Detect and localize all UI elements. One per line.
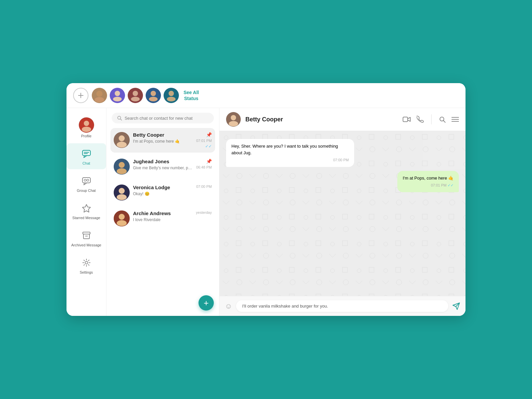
betty-name: Betty Cooper (133, 132, 193, 138)
message-input[interactable] (236, 300, 448, 312)
svg-point-42 (231, 115, 236, 120)
chat-messages-area: Hey, Sher. Where are you? I want to talk… (219, 131, 466, 296)
sidebar-item-profile[interactable]: Profile (66, 113, 106, 142)
chat-item-betty[interactable]: Betty Cooper I'm at Pops, come here 🤙 📌 … (110, 128, 215, 153)
chat-contact-name: Betty Cooper (245, 116, 403, 123)
chat-item-jughead[interactable]: Jughead Jones Give me Betty's new number… (110, 155, 215, 179)
video-call-icon[interactable] (403, 116, 411, 122)
chat-item-veronica[interactable]: Veronica Lodge Okay! 😊 07:00 PM (110, 181, 215, 204)
header-divider (431, 114, 432, 124)
betty-time: 07:01 PM (196, 139, 212, 143)
svg-point-40 (117, 220, 127, 226)
messages-content: Hey, Sher. Where are you? I want to talk… (226, 139, 459, 192)
status-avatar-4[interactable] (146, 88, 161, 103)
chat-info-jughead: Jughead Jones Give me Betty's new number… (133, 159, 193, 170)
betty-preview: I'm at Pops, come here 🤙 (133, 139, 193, 144)
see-all-status-button[interactable]: See All Status (184, 89, 199, 101)
jughead-meta: 📌 06:48 PM (196, 159, 212, 169)
svg-point-43 (229, 121, 238, 126)
svg-point-15 (82, 127, 91, 132)
svg-rect-16 (82, 150, 90, 156)
svg-point-5 (115, 91, 120, 96)
status-avatar-5[interactable] (164, 88, 179, 103)
sidebar-profile-label: Profile (81, 134, 91, 138)
chat-item-archie[interactable]: Archie Andrews I love Riverdale yesterda… (110, 206, 215, 230)
chat-input-area: ☺ (219, 296, 466, 316)
add-chat-fab[interactable]: + (199, 295, 214, 311)
svg-point-34 (117, 168, 127, 174)
svg-rect-44 (403, 117, 408, 122)
svg-point-36 (119, 188, 125, 194)
svg-point-21 (87, 179, 89, 181)
sidebar-item-starred[interactable]: Starred Message (66, 198, 106, 224)
message-text-1: Hey, Sher. Where are you? I want to talk… (231, 143, 349, 156)
sidebar-item-chat[interactable]: Chat (66, 143, 106, 169)
chat-avatar-archie (114, 210, 130, 226)
svg-point-4 (96, 91, 102, 97)
sidebar-item-settings[interactable]: Settings (66, 252, 106, 278)
svg-point-6 (113, 97, 122, 101)
svg-line-28 (120, 119, 122, 120)
chat-header-avatar (226, 112, 241, 127)
jughead-name: Jughead Jones (133, 159, 193, 164)
svg-point-31 (117, 142, 127, 148)
chat-header-actions (403, 114, 459, 124)
menu-icon[interactable] (452, 117, 459, 122)
svg-point-37 (117, 194, 127, 200)
status-avatar-1[interactable] (92, 88, 107, 103)
search-bar (106, 108, 219, 128)
chat-header: Betty Cooper (219, 108, 466, 131)
svg-point-9 (151, 91, 156, 96)
chat-list-panel: Betty Cooper I'm at Pops, come here 🤙 📌 … (106, 108, 219, 316)
sidebar-item-archived[interactable]: Archived Message (66, 225, 106, 251)
star-icon (80, 202, 93, 214)
veronica-name: Veronica Lodge (133, 185, 193, 190)
sidebar-chat-label: Chat (82, 161, 90, 165)
archie-meta: yesterday (196, 210, 212, 214)
sidebar-settings-label: Settings (80, 270, 93, 274)
sidebar: Profile Chat (66, 108, 106, 316)
status-avatar-3[interactable] (128, 88, 143, 103)
archie-name: Archie Andrews (133, 210, 193, 216)
veronica-time: 07:00 PM (196, 185, 212, 189)
svg-point-14 (84, 121, 89, 126)
svg-point-12 (167, 97, 176, 101)
betty-meta: 📌 07:01 PM ✓✓ (196, 132, 212, 149)
status-avatar-2[interactable] (110, 88, 125, 103)
svg-point-10 (149, 97, 158, 101)
chat-info-archie: Archie Andrews I love Riverdale (133, 210, 193, 222)
sidebar-group-chat-label: Group Chat (77, 189, 96, 193)
message-sent-1: I'm at Pops, come here 🤙 07:01 PM ✓✓ (397, 171, 459, 192)
status-avatars (92, 88, 179, 103)
message-text-2: I'm at Pops, come here 🤙 (403, 175, 454, 182)
main-area: Profile Chat (66, 108, 466, 316)
send-button[interactable] (452, 302, 460, 310)
header-search-icon[interactable] (439, 116, 446, 123)
svg-marker-22 (82, 204, 90, 212)
archie-preview: I love Riverdale (133, 217, 193, 222)
search-input[interactable] (125, 116, 208, 121)
group-chat-icon (80, 175, 93, 187)
svg-point-30 (119, 135, 125, 141)
archive-icon (80, 229, 93, 242)
emoji-button[interactable]: ☺ (225, 302, 232, 311)
search-input-wrap (112, 113, 214, 123)
search-icon (117, 115, 122, 121)
svg-point-26 (85, 261, 88, 264)
sidebar-archived-label: Archived Message (71, 243, 101, 247)
svg-rect-19 (82, 178, 90, 183)
status-bar: See All Status (66, 83, 466, 108)
chat-avatar-jughead (114, 159, 130, 175)
settings-icon (80, 256, 93, 269)
chat-icon (80, 147, 93, 160)
sidebar-starred-label: Starred Message (72, 216, 100, 220)
phone-call-icon[interactable] (417, 116, 424, 123)
chat-avatar-veronica (114, 185, 130, 200)
veronica-preview: Okay! 😊 (133, 192, 193, 196)
archie-time: yesterday (196, 210, 212, 214)
pin-icon-betty: 📌 (206, 132, 212, 137)
add-status-button[interactable] (73, 88, 88, 103)
chat-window: Betty Cooper (219, 108, 466, 316)
sidebar-item-group-chat[interactable]: Group Chat (66, 171, 106, 197)
svg-point-3 (95, 97, 104, 102)
